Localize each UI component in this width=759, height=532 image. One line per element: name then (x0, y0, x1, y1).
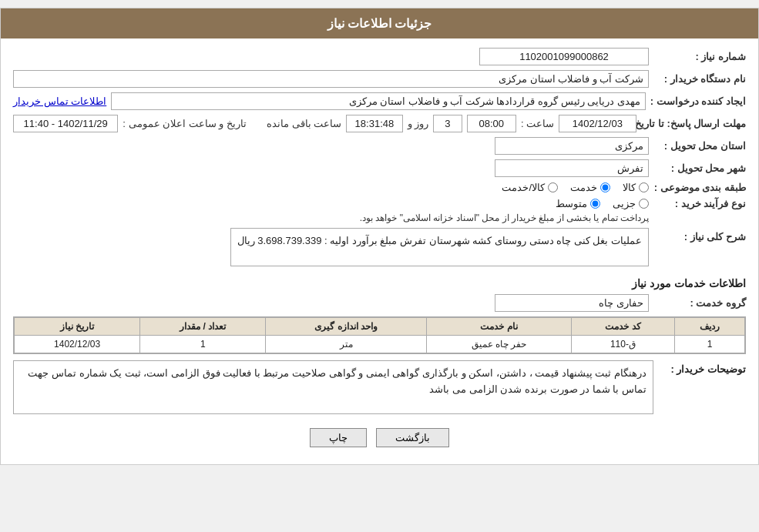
farayand-radio-group: جزیی متوسط (13, 198, 649, 209)
shahr-label: شهر محل تحویل : (653, 162, 746, 174)
cell-vahed: متر (266, 336, 427, 353)
namdastgah-label: نام دستگاه خریدار : (653, 73, 746, 85)
tarikh-field: 1402/12/03 (559, 115, 636, 132)
col-tarikh: تاریخ نیاز (15, 318, 140, 336)
goroh-label: گروه خدمت : (653, 297, 746, 309)
radio-motevaset-input[interactable] (590, 199, 600, 209)
row-shahr: شهر محل تحویل : تفرش (13, 159, 746, 177)
tozihat-label: توضیحات خریدار : (653, 360, 746, 375)
baghimande-label: ساعت باقی مانده (267, 118, 341, 129)
goroh-field: حفاری چاه (495, 294, 649, 312)
shahr-field: تفرش (495, 159, 649, 177)
roz-label: روز و (408, 118, 429, 129)
row-noe-farayand: نوع فرآیند خرید : جزیی متوسط پرداخت تمام… (13, 198, 746, 223)
baghimande-time-field: 18:31:48 (346, 115, 402, 132)
table-header-row: ردیف کد خدمت نام خدمت واحد اندازه گیری ت… (15, 318, 745, 336)
tarikh-elan-field: 1402/11/29 - 11:40 (13, 115, 118, 132)
cell-radif: 1 (674, 336, 744, 353)
radio-kala-khadamat: کالا/خدمت (502, 182, 558, 193)
row-shomare-niaz: شماره نیاز : 1102001099000862 (13, 48, 746, 65)
radio-jozei: جزیی (613, 198, 649, 209)
row-namdastgah: نام دستگاه خریدار : شرکت آب و فاضلاب است… (13, 70, 746, 88)
radio-kala-label: کالا (623, 182, 636, 193)
ostan-field: مرکزی (495, 137, 649, 155)
radio-jozei-label: جزیی (613, 198, 636, 209)
row-eijadkonande: ایجاد کننده درخواست : مهدی دریایی رئیس گ… (13, 92, 746, 110)
col-kod: کد خدمت (571, 318, 674, 336)
col-vahed: واحد اندازه گیری (266, 318, 427, 336)
eijadkonande-label: ایجاد کننده درخواست : (650, 95, 746, 107)
tamas-link[interactable]: اطلاعات تماس خریدار (13, 95, 106, 107)
services-table: ردیف کد خدمت نام خدمت واحد اندازه گیری ت… (14, 317, 745, 353)
page-wrapper: جزئیات اطلاعات نیاز شماره نیاز : 1102001… (0, 8, 759, 465)
row-goroh: گروه خدمت : حفاری چاه (13, 294, 746, 312)
namdastgah-field: شرکت آب و فاضلاب استان مرکزی (13, 70, 649, 88)
saat-label: ساعت : (521, 118, 554, 129)
col-radif: ردیف (674, 318, 744, 336)
row-ostan: استان محل تحویل : مرکزی (13, 137, 746, 155)
shomare-niaz-field: 1102001099000862 (479, 48, 649, 65)
tarikh-elan-label: تاریخ و ساعت اعلان عمومی : (123, 118, 247, 129)
farayand-note: پرداخت تمام یا بخشی از مبلغ خریدار از مح… (13, 212, 649, 223)
ostan-label: استان محل تحویل : (653, 140, 746, 152)
khadamat-section-title: اطلاعات خدمات مورد نیاز (13, 277, 746, 289)
tozihat-field: درهنگام ثبت پیشنهاد قیمت ، داشتن، اسکن و… (13, 360, 653, 414)
tabaqe-radio-group: کالا خدمت کالا/خدمت (502, 182, 649, 193)
sharh-field: عملیات بغل کنی چاه دستی روستای کشه شهرست… (230, 228, 649, 266)
table-row: 1 ق-110 حفر چاه عمیق متر 1 1402/12/03 (15, 336, 745, 353)
col-tedad: تعداد / مقدار (140, 318, 266, 336)
roz-field: 3 (433, 115, 462, 132)
noe-farayand-label: نوع فرآیند خرید : (653, 198, 746, 209)
button-row: بازگشت چاپ (13, 428, 746, 447)
row-tozihat: توضیحات خریدار : درهنگام ثبت پیشنهاد قیم… (13, 360, 746, 417)
radio-motevaset-label: متوسط (556, 198, 587, 209)
row-sharh: شرح کلی نیاز : عملیات بغل کنی چاه دستی ر… (13, 228, 746, 269)
cell-tarikh: 1402/12/03 (15, 336, 140, 353)
radio-kala-input[interactable] (639, 182, 649, 192)
radio-khadamat-input[interactable] (600, 182, 610, 192)
radio-khadamat-label: خدمت (570, 182, 597, 193)
radio-kala: کالا (623, 182, 649, 193)
services-table-container: ردیف کد خدمت نام خدمت واحد اندازه گیری ت… (13, 316, 746, 354)
eijadkonande-field: مهدی دریایی رئیس گروه قراردادها شرکت آب … (111, 92, 646, 110)
radio-khadamat: خدمت (570, 182, 610, 193)
cell-tedad: 1 (140, 336, 266, 353)
mohlat-label: مهلت ارسال پاسخ: تا تاریخ : (641, 118, 746, 129)
radio-jozei-input[interactable] (639, 199, 649, 209)
row-mohlat: مهلت ارسال پاسخ: تا تاریخ : 1402/12/03 س… (13, 115, 746, 132)
cell-nam: حفر چاه عمیق (427, 336, 572, 353)
radio-kala-khadamat-input[interactable] (548, 182, 558, 192)
content: شماره نیاز : 1102001099000862 نام دستگاه… (1, 38, 758, 464)
print-button[interactable]: چاپ (310, 428, 367, 447)
cell-kod: ق-110 (571, 336, 674, 353)
saat-field: 08:00 (467, 115, 516, 132)
radio-kala-khadamat-label: کالا/خدمت (502, 182, 545, 193)
radio-motevaset: متوسط (556, 198, 600, 209)
page-header: جزئیات اطلاعات نیاز (1, 8, 758, 38)
tabaqe-label: طبقه بندی موضوعی : (653, 182, 746, 193)
page-title: جزئیات اطلاعات نیاز (327, 17, 432, 30)
shomare-niaz-label: شماره نیاز : (653, 51, 746, 62)
col-nam: نام خدمت (427, 318, 572, 336)
sharh-label: شرح کلی نیاز : (653, 228, 746, 243)
back-button[interactable]: بازگشت (376, 428, 449, 447)
row-tabaqe: طبقه بندی موضوعی : کالا خدمت کالا/خدمت (13, 182, 746, 193)
